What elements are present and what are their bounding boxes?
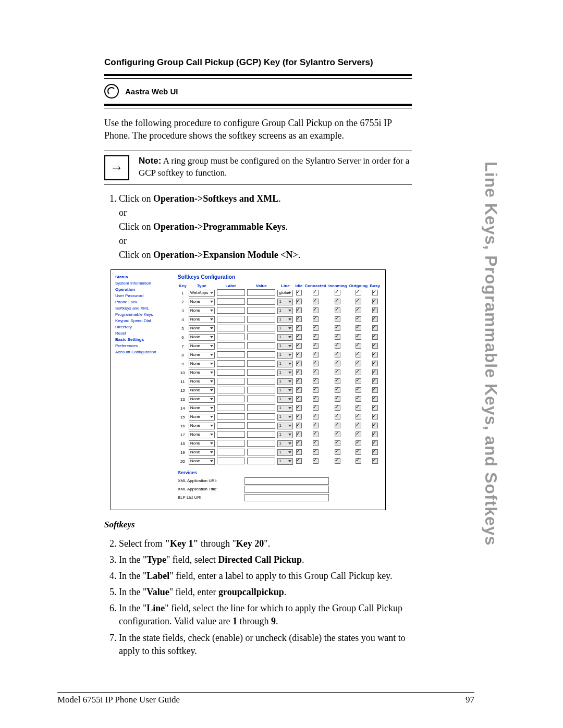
label-input[interactable] (217, 369, 245, 376)
value-input[interactable] (247, 316, 275, 323)
value-input[interactable] (247, 307, 275, 314)
incoming-checkbox[interactable] (335, 405, 340, 411)
connected-checkbox[interactable] (313, 361, 319, 366)
incoming-checkbox[interactable] (335, 316, 340, 322)
busy-checkbox[interactable] (372, 352, 378, 357)
nav-item[interactable]: Keypad Speed Dial (115, 318, 173, 324)
value-input[interactable] (247, 422, 275, 429)
connected-checkbox[interactable] (313, 290, 319, 295)
line-select[interactable]: 1 (277, 307, 293, 314)
incoming-checkbox[interactable] (335, 458, 340, 464)
connected-checkbox[interactable] (313, 325, 319, 331)
connected-checkbox[interactable] (313, 316, 319, 322)
outgoing-checkbox[interactable] (356, 343, 361, 349)
xml-title-input[interactable] (244, 486, 329, 493)
connected-checkbox[interactable] (313, 440, 319, 446)
nav-basic[interactable]: Basic Settings (115, 337, 173, 343)
busy-checkbox[interactable] (372, 369, 378, 375)
outgoing-checkbox[interactable] (356, 396, 361, 402)
idle-checkbox[interactable] (296, 405, 302, 411)
line-select[interactable]: 1 (277, 369, 293, 376)
label-input[interactable] (217, 351, 245, 358)
label-input[interactable] (217, 440, 245, 447)
outgoing-checkbox[interactable] (356, 440, 361, 446)
line-select[interactable]: 1 (277, 423, 293, 429)
idle-checkbox[interactable] (296, 352, 302, 357)
incoming-checkbox[interactable] (335, 449, 340, 455)
outgoing-checkbox[interactable] (356, 431, 361, 437)
label-input[interactable] (217, 334, 245, 340)
line-select[interactable]: 1 (277, 299, 293, 305)
label-input[interactable] (217, 404, 245, 411)
busy-checkbox[interactable] (372, 378, 378, 384)
line-select[interactable]: 1 (277, 440, 293, 447)
idle-checkbox[interactable] (296, 290, 302, 295)
busy-checkbox[interactable] (372, 396, 378, 402)
type-select[interactable]: None (189, 387, 215, 394)
outgoing-checkbox[interactable] (356, 414, 361, 419)
nav-item[interactable]: Account Configuration (115, 349, 173, 355)
connected-checkbox[interactable] (313, 334, 319, 340)
label-input[interactable] (217, 458, 245, 464)
nav-sysinfo[interactable]: System Information (115, 280, 173, 287)
value-input[interactable] (247, 351, 275, 358)
blf-uri-input[interactable] (244, 494, 329, 501)
value-input[interactable] (247, 449, 275, 455)
outgoing-checkbox[interactable] (356, 361, 361, 366)
busy-checkbox[interactable] (372, 316, 378, 322)
busy-checkbox[interactable] (372, 458, 378, 464)
line-select[interactable]: 1 (277, 325, 293, 332)
outgoing-checkbox[interactable] (356, 299, 361, 304)
type-select[interactable]: None (189, 396, 215, 403)
connected-checkbox[interactable] (313, 449, 319, 455)
idle-checkbox[interactable] (296, 423, 302, 428)
value-input[interactable] (247, 378, 275, 385)
incoming-checkbox[interactable] (335, 431, 340, 437)
idle-checkbox[interactable] (296, 440, 302, 446)
type-select[interactable]: None (189, 405, 215, 412)
type-select[interactable]: None (189, 378, 215, 385)
label-input[interactable] (217, 422, 245, 429)
nav-item[interactable]: Directory (115, 324, 173, 330)
label-input[interactable] (217, 325, 245, 331)
busy-checkbox[interactable] (372, 440, 378, 446)
connected-checkbox[interactable] (313, 307, 319, 313)
nav-operation[interactable]: Operation (115, 287, 173, 293)
outgoing-checkbox[interactable] (356, 369, 361, 375)
incoming-checkbox[interactable] (335, 352, 340, 357)
value-input[interactable] (247, 458, 275, 464)
line-select[interactable]: global (277, 290, 293, 297)
outgoing-checkbox[interactable] (356, 423, 361, 428)
type-select[interactable]: None (189, 361, 215, 367)
outgoing-checkbox[interactable] (356, 378, 361, 384)
line-select[interactable]: 1 (277, 378, 293, 385)
value-input[interactable] (247, 396, 275, 402)
idle-checkbox[interactable] (296, 396, 302, 402)
incoming-checkbox[interactable] (335, 361, 340, 366)
idle-checkbox[interactable] (296, 361, 302, 366)
busy-checkbox[interactable] (372, 414, 378, 419)
label-input[interactable] (217, 298, 245, 305)
connected-checkbox[interactable] (313, 431, 319, 437)
idle-checkbox[interactable] (296, 369, 302, 375)
line-select[interactable]: 1 (277, 449, 293, 456)
idle-checkbox[interactable] (296, 316, 302, 322)
busy-checkbox[interactable] (372, 449, 378, 455)
connected-checkbox[interactable] (313, 378, 319, 384)
type-select[interactable]: None (189, 449, 215, 456)
label-input[interactable] (217, 289, 245, 296)
label-input[interactable] (217, 342, 245, 349)
connected-checkbox[interactable] (313, 387, 319, 393)
idle-checkbox[interactable] (296, 334, 302, 340)
type-select[interactable]: None (189, 299, 215, 305)
line-select[interactable]: 1 (277, 458, 293, 465)
label-input[interactable] (217, 396, 245, 402)
incoming-checkbox[interactable] (335, 396, 340, 402)
outgoing-checkbox[interactable] (356, 352, 361, 357)
type-select[interactable]: WebApps (189, 290, 215, 297)
value-input[interactable] (247, 342, 275, 349)
nav-item[interactable]: Softkeys and XML (115, 305, 173, 312)
type-select[interactable]: None (189, 352, 215, 359)
type-select[interactable]: None (189, 316, 215, 323)
busy-checkbox[interactable] (372, 431, 378, 437)
